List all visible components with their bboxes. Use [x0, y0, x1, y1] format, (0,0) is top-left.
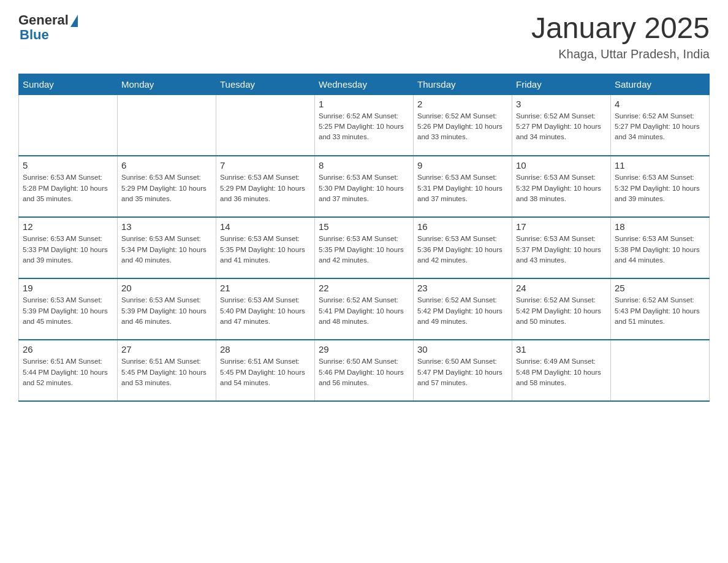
calendar-cell: 1Sunrise: 6:52 AM Sunset: 5:25 PM Daylig… — [315, 94, 414, 156]
day-info: Sunrise: 6:52 AM Sunset: 5:41 PM Dayligh… — [319, 295, 409, 327]
day-info: Sunrise: 6:52 AM Sunset: 5:27 PM Dayligh… — [615, 111, 705, 143]
calendar-table: SundayMondayTuesdayWednesdayThursdayFrid… — [18, 74, 710, 402]
day-number: 13 — [121, 221, 212, 232]
calendar-cell: 7Sunrise: 6:53 AM Sunset: 5:29 PM Daylig… — [216, 156, 315, 217]
calendar-cell: 3Sunrise: 6:52 AM Sunset: 5:27 PM Daylig… — [512, 94, 611, 156]
calendar-cell: 2Sunrise: 6:52 AM Sunset: 5:26 PM Daylig… — [414, 94, 512, 156]
day-number: 5 — [23, 160, 113, 170]
day-info: Sunrise: 6:53 AM Sunset: 5:31 PM Dayligh… — [417, 172, 508, 204]
day-number: 20 — [121, 283, 212, 293]
calendar-week-row: 26Sunrise: 6:51 AM Sunset: 5:44 PM Dayli… — [19, 340, 710, 401]
day-number: 7 — [220, 160, 311, 170]
day-info: Sunrise: 6:51 AM Sunset: 5:45 PM Dayligh… — [220, 356, 311, 388]
day-number: 25 — [615, 283, 705, 293]
calendar-cell: 12Sunrise: 6:53 AM Sunset: 5:33 PM Dayli… — [19, 217, 118, 278]
day-number: 30 — [417, 344, 508, 354]
day-number: 26 — [23, 344, 113, 354]
day-number: 18 — [615, 221, 705, 232]
day-info: Sunrise: 6:50 AM Sunset: 5:47 PM Dayligh… — [417, 356, 508, 388]
calendar-cell: 13Sunrise: 6:53 AM Sunset: 5:34 PM Dayli… — [118, 217, 216, 278]
calendar-cell: 24Sunrise: 6:52 AM Sunset: 5:42 PM Dayli… — [512, 278, 611, 340]
day-info: Sunrise: 6:51 AM Sunset: 5:44 PM Dayligh… — [23, 356, 113, 388]
day-info: Sunrise: 6:53 AM Sunset: 5:29 PM Dayligh… — [220, 172, 311, 204]
header-thursday: Thursday — [414, 74, 512, 94]
header-monday: Monday — [118, 74, 216, 94]
day-number: 19 — [23, 283, 113, 293]
day-number: 28 — [220, 344, 311, 354]
calendar-cell: 6Sunrise: 6:53 AM Sunset: 5:29 PM Daylig… — [118, 156, 216, 217]
calendar-cell: 18Sunrise: 6:53 AM Sunset: 5:38 PM Dayli… — [611, 217, 710, 278]
header-friday: Friday — [512, 74, 611, 94]
day-number: 31 — [516, 344, 607, 354]
calendar-cell: 4Sunrise: 6:52 AM Sunset: 5:27 PM Daylig… — [611, 94, 710, 156]
day-number: 6 — [121, 160, 212, 170]
day-info: Sunrise: 6:52 AM Sunset: 5:25 PM Dayligh… — [319, 111, 409, 143]
calendar-cell: 19Sunrise: 6:53 AM Sunset: 5:39 PM Dayli… — [19, 278, 118, 340]
day-info: Sunrise: 6:53 AM Sunset: 5:37 PM Dayligh… — [516, 234, 607, 266]
header-wednesday: Wednesday — [315, 74, 414, 94]
day-number: 10 — [516, 160, 607, 170]
calendar-cell: 25Sunrise: 6:52 AM Sunset: 5:43 PM Dayli… — [611, 278, 710, 340]
day-number: 22 — [319, 283, 409, 293]
logo-blue-text: Blue — [18, 27, 49, 43]
calendar-week-row: 19Sunrise: 6:53 AM Sunset: 5:39 PM Dayli… — [19, 278, 710, 340]
day-info: Sunrise: 6:53 AM Sunset: 5:30 PM Dayligh… — [319, 172, 409, 204]
day-info: Sunrise: 6:52 AM Sunset: 5:42 PM Dayligh… — [516, 295, 607, 327]
day-info: Sunrise: 6:53 AM Sunset: 5:38 PM Dayligh… — [615, 234, 705, 266]
calendar-header-row: SundayMondayTuesdayWednesdayThursdayFrid… — [19, 74, 710, 94]
day-info: Sunrise: 6:53 AM Sunset: 5:29 PM Dayligh… — [121, 172, 212, 204]
day-info: Sunrise: 6:52 AM Sunset: 5:42 PM Dayligh… — [417, 295, 508, 327]
calendar-cell: 11Sunrise: 6:53 AM Sunset: 5:32 PM Dayli… — [611, 156, 710, 217]
day-number: 16 — [417, 221, 508, 232]
calendar-week-row: 12Sunrise: 6:53 AM Sunset: 5:33 PM Dayli… — [19, 217, 710, 278]
calendar-cell: 28Sunrise: 6:51 AM Sunset: 5:45 PM Dayli… — [216, 340, 315, 401]
day-info: Sunrise: 6:53 AM Sunset: 5:32 PM Dayligh… — [615, 172, 705, 204]
calendar-cell: 14Sunrise: 6:53 AM Sunset: 5:35 PM Dayli… — [216, 217, 315, 278]
calendar-cell: 22Sunrise: 6:52 AM Sunset: 5:41 PM Dayli… — [315, 278, 414, 340]
day-info: Sunrise: 6:52 AM Sunset: 5:26 PM Dayligh… — [417, 111, 508, 143]
day-info: Sunrise: 6:53 AM Sunset: 5:39 PM Dayligh… — [23, 295, 113, 327]
day-info: Sunrise: 6:53 AM Sunset: 5:33 PM Dayligh… — [23, 234, 113, 266]
title-block: January 2025 Khaga, Uttar Pradesh, India — [531, 12, 710, 61]
header-saturday: Saturday — [611, 74, 710, 94]
calendar-cell: 16Sunrise: 6:53 AM Sunset: 5:36 PM Dayli… — [414, 217, 512, 278]
day-number: 27 — [121, 344, 212, 354]
calendar-cell: 5Sunrise: 6:53 AM Sunset: 5:28 PM Daylig… — [19, 156, 118, 217]
calendar-cell — [611, 340, 710, 401]
day-number: 15 — [319, 221, 409, 232]
logo-general-text: General — [18, 12, 69, 28]
day-info: Sunrise: 6:53 AM Sunset: 5:35 PM Dayligh… — [220, 234, 311, 266]
calendar-cell — [118, 94, 216, 156]
day-info: Sunrise: 6:51 AM Sunset: 5:45 PM Dayligh… — [121, 356, 212, 388]
calendar-cell: 23Sunrise: 6:52 AM Sunset: 5:42 PM Dayli… — [414, 278, 512, 340]
calendar-cell: 10Sunrise: 6:53 AM Sunset: 5:32 PM Dayli… — [512, 156, 611, 217]
logo: General Blue — [18, 12, 78, 43]
day-info: Sunrise: 6:53 AM Sunset: 5:35 PM Dayligh… — [319, 234, 409, 266]
day-info: Sunrise: 6:49 AM Sunset: 5:48 PM Dayligh… — [516, 356, 607, 388]
calendar-cell: 17Sunrise: 6:53 AM Sunset: 5:37 PM Dayli… — [512, 217, 611, 278]
day-info: Sunrise: 6:53 AM Sunset: 5:36 PM Dayligh… — [417, 234, 508, 266]
day-number: 29 — [319, 344, 409, 354]
day-number: 2 — [417, 99, 508, 109]
day-number: 4 — [615, 99, 705, 109]
day-info: Sunrise: 6:53 AM Sunset: 5:34 PM Dayligh… — [121, 234, 212, 266]
calendar-cell: 26Sunrise: 6:51 AM Sunset: 5:44 PM Dayli… — [19, 340, 118, 401]
calendar-cell — [19, 94, 118, 156]
calendar-cell: 15Sunrise: 6:53 AM Sunset: 5:35 PM Dayli… — [315, 217, 414, 278]
day-info: Sunrise: 6:53 AM Sunset: 5:40 PM Dayligh… — [220, 295, 311, 327]
day-number: 9 — [417, 160, 508, 170]
day-info: Sunrise: 6:50 AM Sunset: 5:46 PM Dayligh… — [319, 356, 409, 388]
header-tuesday: Tuesday — [216, 74, 315, 94]
month-title: January 2025 — [531, 12, 710, 45]
day-number: 23 — [417, 283, 508, 293]
calendar-week-row: 1Sunrise: 6:52 AM Sunset: 5:25 PM Daylig… — [19, 94, 710, 156]
day-number: 1 — [319, 99, 409, 109]
day-number: 3 — [516, 99, 607, 109]
calendar-week-row: 5Sunrise: 6:53 AM Sunset: 5:28 PM Daylig… — [19, 156, 710, 217]
day-number: 14 — [220, 221, 311, 232]
calendar-cell: 29Sunrise: 6:50 AM Sunset: 5:46 PM Dayli… — [315, 340, 414, 401]
day-info: Sunrise: 6:53 AM Sunset: 5:28 PM Dayligh… — [23, 172, 113, 204]
header-sunday: Sunday — [19, 74, 118, 94]
day-number: 12 — [23, 221, 113, 232]
day-info: Sunrise: 6:53 AM Sunset: 5:39 PM Dayligh… — [121, 295, 212, 327]
